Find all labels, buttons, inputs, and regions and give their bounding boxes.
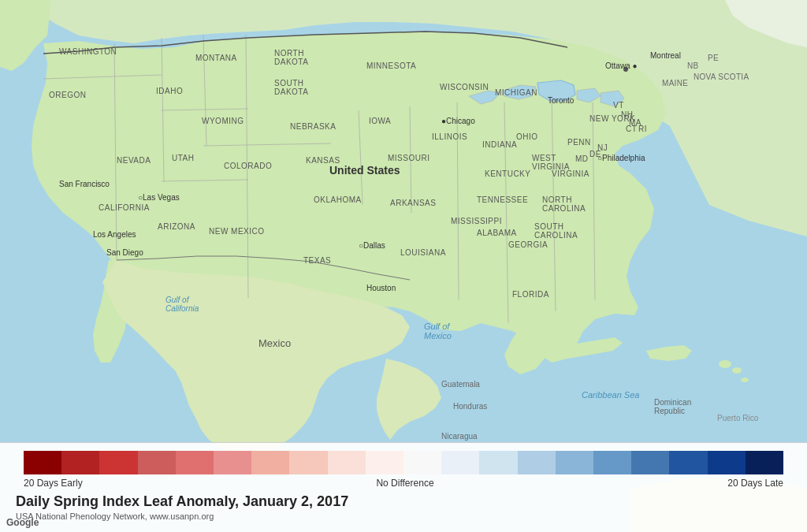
svg-point-8 — [741, 378, 749, 382]
color-segment-17 — [631, 451, 669, 474]
color-segment-9 — [328, 451, 366, 474]
no-diff-label: No Difference — [376, 478, 433, 489]
legend-labels: 20 Days Early No Difference 20 Days Late — [16, 478, 791, 489]
color-segment-16 — [593, 451, 631, 474]
color-segment-6 — [214, 451, 251, 474]
color-segment-14 — [518, 451, 556, 474]
legend-title: Daily Spring Index Leaf Anomaly, January… — [16, 493, 791, 510]
color-segment-7 — [251, 451, 289, 474]
svg-point-6 — [719, 360, 731, 368]
color-segment-8 — [289, 451, 327, 474]
color-segment-5 — [176, 451, 214, 474]
early-label: 20 Days Early — [24, 478, 83, 489]
color-segment-4 — [138, 451, 176, 474]
color-segment-3 — [99, 451, 137, 474]
color-segment-13 — [479, 451, 517, 474]
legend-panel: 20 Days Early No Difference 20 Days Late… — [0, 442, 807, 532]
color-segment-10 — [366, 451, 404, 474]
color-bar-container — [16, 451, 791, 474]
legend-subtitle: USA National Phenology Network, www.usan… — [16, 512, 791, 521]
color-segment-18 — [669, 451, 707, 474]
color-segment-15 — [556, 451, 593, 474]
color-segment-12 — [441, 451, 479, 474]
color-segment-11 — [404, 451, 441, 474]
map-container: WASHINGTON OREGON CALIFORNIA NEVADA IDAH… — [0, 0, 807, 532]
svg-point-7 — [732, 367, 742, 374]
color-segment-1 — [24, 451, 61, 474]
late-label: 20 Days Late — [727, 478, 783, 489]
color-segment-20 — [746, 451, 783, 474]
google-watermark: Google — [6, 517, 39, 528]
svg-point-23 — [623, 67, 628, 72]
color-segment-2 — [61, 451, 99, 474]
color-bar — [24, 451, 783, 474]
color-segment-19 — [708, 451, 746, 474]
